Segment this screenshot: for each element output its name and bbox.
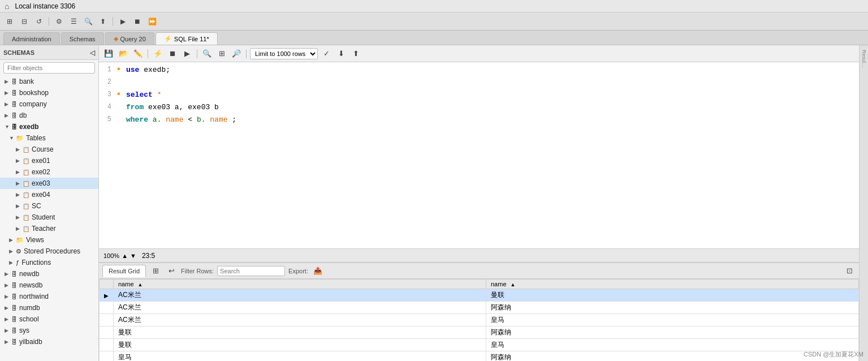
table-row[interactable]: AC米兰阿森纳 <box>100 302 859 314</box>
folder-icon: ƒ <box>16 259 19 266</box>
toggle-sidebar-btn[interactable]: ⊡ <box>843 265 856 277</box>
db-icon: 🗄 <box>11 271 17 277</box>
sort-asc-icon2[interactable]: ▲ <box>511 282 516 287</box>
sidebar-collapse-icon[interactable]: ◁ <box>90 49 95 57</box>
status-bar: 100% ▲ ▼ 23:5 <box>99 248 859 262</box>
arrow-icon: ▶ <box>16 226 23 231</box>
sidebar-item-school[interactable]: ▶ 🗄 school <box>0 313 98 325</box>
sidebar-item-northwind[interactable]: ▶ 🗄 northwind <box>0 291 98 302</box>
table-icon: 📋 <box>23 226 29 232</box>
toolbar-btn-9[interactable]: ⏹ <box>131 16 144 27</box>
search-btn[interactable]: 🔎 <box>230 48 243 60</box>
toolbar-btn-10[interactable]: ⏩ <box>146 16 158 27</box>
toolbar-btn-2[interactable]: ⊟ <box>18 16 31 27</box>
tab-sqlfile11[interactable]: ⚡ SQL File 11* <box>156 32 218 45</box>
table-icon: 📋 <box>23 203 29 209</box>
toolbar-btn-6[interactable]: 🔍 <box>82 16 94 27</box>
import-btn[interactable]: ⬇ <box>335 48 347 60</box>
run-btn[interactable]: ⚡ <box>152 48 164 60</box>
table-row[interactable]: 曼联皇马 <box>100 339 859 351</box>
result-wrap-btn[interactable]: ↩ <box>165 265 178 277</box>
sidebar-item-company[interactable]: ▶ 🗄 company <box>0 98 98 110</box>
export-btn[interactable]: ⬆ <box>349 48 362 60</box>
limit-rows-select[interactable]: Limit to 1000 rows Limit to 500 rows Don… <box>250 48 318 59</box>
result-grid-icon-btn[interactable]: ⊞ <box>149 265 162 277</box>
sort-asc-icon[interactable]: ▲ <box>138 282 143 287</box>
stop-btn[interactable]: ⏹ <box>166 48 179 60</box>
run-selection-btn[interactable]: ▶ <box>181 48 193 60</box>
arrow-icon: ▶ <box>5 294 11 299</box>
sidebar-item-bank[interactable]: ▶ 🗄 bank <box>0 76 98 87</box>
home-icon[interactable]: ⌂ <box>5 2 9 11</box>
keyword-from: from <box>126 103 144 111</box>
sidebar-item-numdb[interactable]: ▶ 🗄 numdb <box>0 302 98 313</box>
sidebar-item-exedb[interactable]: ▼ 🗄 exedb <box>0 121 98 132</box>
query-toolbar: 💾 📂 ✏️ ⚡ ⏹ ▶ 🔍 ⊞ 🔎 Limit to 1000 rows Li… <box>99 45 859 62</box>
sidebar-item-exe04[interactable]: ▶ 📋 exe04 <box>0 189 98 200</box>
toolbar-btn-1[interactable]: ⊞ <box>3 16 16 27</box>
sidebar-item-stored-procedures[interactable]: ▶ ⚙ Stored Procedures <box>0 246 98 257</box>
explain-btn[interactable]: 🔍 <box>201 48 213 60</box>
open-file-btn[interactable]: 📂 <box>117 48 129 60</box>
tab-result-grid[interactable]: Result Grid <box>102 265 146 277</box>
sidebar-item-course[interactable]: ▶ 📋 Course <box>0 144 98 155</box>
toolbar-btn-7[interactable]: ⬆ <box>97 16 109 27</box>
th-name2[interactable]: name ▲ <box>486 280 859 289</box>
line-number: 1 <box>99 65 116 74</box>
th-name1[interactable]: name ▲ <box>114 280 486 289</box>
arrow-icon: ▶ <box>16 158 23 164</box>
sidebar-item-newdb[interactable]: ▶ 🗄 newdb <box>0 268 98 280</box>
sidebar-item-label: SC <box>32 202 41 210</box>
keyword-use: use <box>126 66 139 74</box>
table-row[interactable]: 皇马阿森纳 <box>100 351 859 362</box>
filter-label: Filter Rows: <box>181 268 214 274</box>
line-number: 5 <box>99 114 116 123</box>
sidebar-item-teacher[interactable]: ▶ 📋 Teacher <box>0 223 98 234</box>
sidebar-item-label: exe03 <box>32 179 50 187</box>
sidebar-item-exe03[interactable]: ▶ 📋 exe03 <box>0 178 98 189</box>
cell-name2: 皇马 <box>486 339 859 351</box>
table-row[interactable]: ▶AC米兰曼联 <box>100 289 859 302</box>
sidebar-item-newsdb[interactable]: ▶ 🗄 newsdb <box>0 280 98 291</box>
table-row[interactable]: AC米兰皇马 <box>100 314 859 326</box>
table-row[interactable]: 曼联阿森纳 <box>100 326 859 339</box>
tab-administration[interactable]: Administration <box>3 32 60 45</box>
beautify-btn[interactable]: ⊞ <box>215 48 228 60</box>
sidebar-item-exe02[interactable]: ▶ 📋 exe02 <box>0 166 98 178</box>
sidebar-item-functions[interactable]: ▶ ƒ Functions <box>0 257 98 268</box>
sql-editor[interactable]: 1 • use exedb; 2 • 3 • select <box>99 62 859 248</box>
toolbar-sep-2 <box>113 17 113 26</box>
row-arrow-cell <box>100 339 114 351</box>
export-btn-result[interactable]: 📤 <box>312 265 324 277</box>
sidebar-search-input[interactable] <box>3 62 95 74</box>
sidebar-item-student[interactable]: ▶ 📋 Student <box>0 212 98 223</box>
toolbar-btn-5[interactable]: ☰ <box>67 16 80 27</box>
sidebar-item-sys[interactable]: ▶ 🗄 sys <box>0 325 98 336</box>
sidebar-item-label: Student <box>32 213 55 221</box>
sidebar-item-label: company <box>19 100 47 108</box>
zoom-up-icon[interactable]: ▲ <box>122 252 128 259</box>
row-arrow-cell <box>100 351 114 362</box>
tab-query20[interactable]: ◈ Query 20 <box>105 32 154 45</box>
main-toolbar: ⊞ ⊟ ↺ ⚙ ☰ 🔍 ⬆ ▶ ⏹ ⏩ <box>0 12 868 31</box>
save-file-btn[interactable]: 💾 <box>102 48 115 60</box>
sidebar-item-db[interactable]: ▶ 🗄 db <box>0 110 98 121</box>
arrow-icon: ▶ <box>5 339 11 345</box>
sidebar-item-views[interactable]: ▶ 📁 Views <box>0 234 98 246</box>
toolbar-btn-4[interactable]: ⚙ <box>53 16 65 27</box>
sidebar-item-sc[interactable]: ▶ 📋 SC <box>0 200 98 212</box>
new-query-btn[interactable]: ✏️ <box>132 48 144 60</box>
sidebar-item-yilbaidb[interactable]: ▶ 🗄 yilbaidb <box>0 336 98 347</box>
zoom-down-icon[interactable]: ▼ <box>130 252 136 259</box>
sidebar-item-bookshop[interactable]: ▶ 🗄 bookshop <box>0 87 98 98</box>
line-bullet: • <box>116 65 124 75</box>
tab-schemas[interactable]: Schemas <box>61 32 104 45</box>
sidebar-item-exe01[interactable]: ▶ 📋 exe01 <box>0 155 98 166</box>
zoom-control[interactable]: 100% ▲ ▼ <box>103 252 136 259</box>
sidebar-item-tables[interactable]: ▼ 📁 Tables <box>0 132 98 144</box>
filter-input[interactable] <box>217 266 285 276</box>
toolbar-btn-8[interactable]: ▶ <box>116 16 129 27</box>
limit-apply-btn[interactable]: ✓ <box>320 48 332 60</box>
toolbar-btn-3[interactable]: ↺ <box>33 16 45 27</box>
th-row-indicator <box>100 280 114 289</box>
